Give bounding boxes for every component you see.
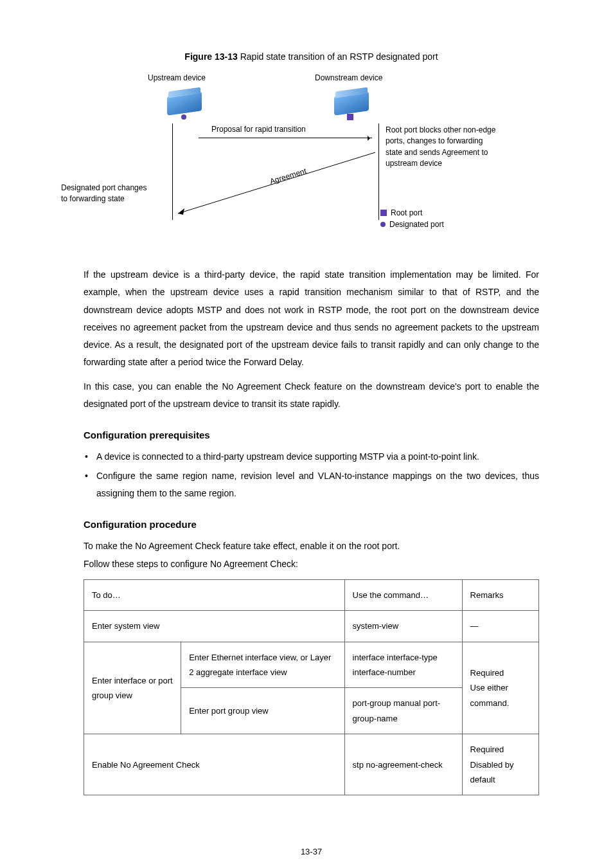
- designated-port-icon: [181, 114, 186, 120]
- right-side-note: Root port blocks other non-edge ports, c…: [386, 125, 498, 170]
- table-row: Enable No Agreement Check stp no-agreeme…: [84, 734, 539, 795]
- proc-intro-1: To make the No Agreement Check feature t…: [84, 538, 539, 555]
- figure-title: Figure 13-13 Rapid state transition of a…: [84, 51, 539, 62]
- page-number: 13-37: [84, 847, 539, 856]
- td-todo-group: Enter interface or port group view: [84, 642, 181, 734]
- td-cmd: interface interface-type interface-numbe…: [344, 642, 462, 688]
- arrows-container: Proposal for rapid transition Agreement: [172, 123, 379, 220]
- rstp-diagram: Upstream device Downstream device Propos…: [103, 73, 463, 247]
- config-table: To do… Use the command… Remarks Enter sy…: [84, 579, 539, 796]
- td-cmd: port-group manual port-group-name: [344, 688, 462, 734]
- th-remarks: Remarks: [462, 579, 538, 610]
- td-todo: Enter system view: [84, 611, 345, 642]
- td-rem: Required Disabled by default: [462, 734, 538, 795]
- switch-upstream-icon: [167, 91, 202, 116]
- td-cmd: stp no-agreement-check: [344, 734, 462, 795]
- figure-caption: Rapid state transition of an RSTP design…: [240, 51, 438, 62]
- legend-root-label: Root port: [391, 208, 422, 217]
- rem-line1: Required: [470, 668, 504, 678]
- downstream-label: Downstream device: [315, 73, 382, 82]
- rem-line2: Use either command.: [470, 683, 510, 707]
- legend-root: Root port: [380, 208, 422, 217]
- td-todo: Enable No Agreement Check: [84, 734, 345, 795]
- left-side-note: Designated port changes to forwarding st…: [61, 183, 151, 205]
- td-todo-sub: Enter Ethernet interface view, or Layer …: [181, 642, 344, 688]
- td-cmd: system-view: [344, 611, 462, 642]
- agreement-arrow: [173, 123, 378, 220]
- rem-line1: Required: [470, 745, 504, 754]
- list-item: Configure the same region name, revision…: [96, 467, 539, 503]
- switch-downstream-icon: [334, 91, 369, 116]
- prereq-heading: Configuration prerequisites: [84, 429, 539, 440]
- list-item: A device is connected to a third-party u…: [96, 448, 539, 466]
- prereq-list: A device is connected to a third-party u…: [84, 448, 539, 502]
- proc-heading: Configuration procedure: [84, 519, 539, 530]
- legend-designated-label: Designated port: [389, 220, 444, 229]
- table-row: Enter interface or port group view Enter…: [84, 642, 539, 688]
- th-todo: To do…: [84, 579, 345, 610]
- table-header-row: To do… Use the command… Remarks: [84, 579, 539, 610]
- figure-number: Figure 13-13: [184, 51, 237, 62]
- root-port-icon: [347, 114, 353, 120]
- td-rem: Required Use either command.: [462, 642, 538, 734]
- proc-intro-2: Follow these steps to configure No Agree…: [84, 556, 539, 573]
- td-rem: —: [462, 611, 538, 642]
- table-row: Enter system view system-view —: [84, 611, 539, 642]
- upstream-label: Upstream device: [148, 73, 206, 82]
- svg-marker-1: [178, 208, 184, 215]
- rem-line2: Disabled by default: [470, 760, 514, 784]
- th-cmd: Use the command…: [344, 579, 462, 610]
- td-todo-sub: Enter port group view: [181, 688, 344, 734]
- paragraph-2: In this case, you can enable the No Agre…: [84, 378, 539, 413]
- legend-designated-icon: [380, 222, 386, 227]
- legend-designated: Designated port: [380, 220, 444, 229]
- paragraph-1: If the upstream device is a third-party …: [84, 266, 539, 372]
- legend-root-icon: [380, 210, 387, 216]
